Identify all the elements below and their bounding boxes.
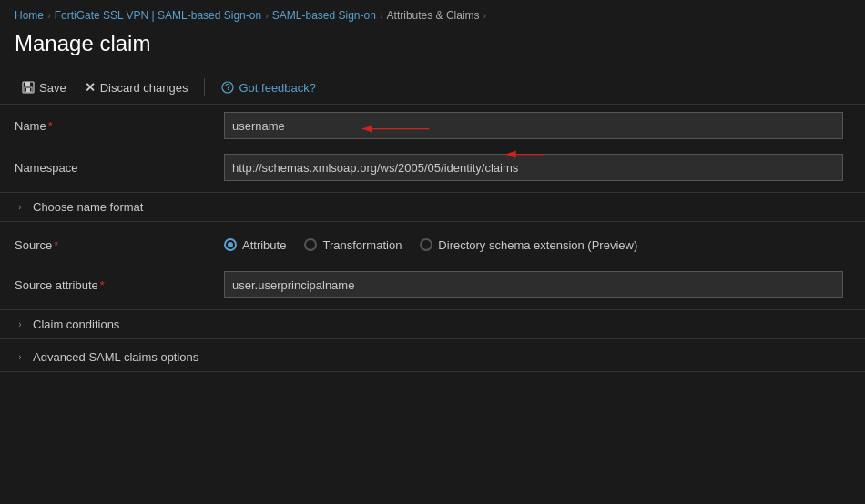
- toolbar: Save ✕ Discard changes Got feedback?: [0, 71, 865, 105]
- source-label: Source*: [15, 238, 224, 252]
- discard-icon: ✕: [85, 80, 96, 95]
- chevron-icon: ›: [15, 202, 25, 213]
- source-attribute-radio[interactable]: [224, 238, 237, 251]
- claim-conditions-chevron: ›: [15, 319, 25, 330]
- name-required: *: [48, 119, 53, 133]
- source-attribute-option[interactable]: Attribute: [224, 238, 286, 252]
- source-transformation-radio[interactable]: [304, 238, 317, 251]
- feedback-button[interactable]: Got feedback?: [214, 77, 323, 98]
- save-button[interactable]: Save: [15, 77, 74, 98]
- breadcrumb-home[interactable]: Home: [15, 9, 44, 22]
- svg-rect-1: [25, 82, 30, 86]
- name-input[interactable]: [224, 112, 843, 139]
- claim-conditions-label: Claim conditions: [33, 318, 119, 331]
- source-required: *: [54, 238, 58, 252]
- breadcrumb-sep-2: ›: [265, 10, 269, 21]
- source-attribute-required: *: [100, 278, 105, 292]
- namespace-input[interactable]: [224, 154, 843, 181]
- breadcrumb-saml[interactable]: SAML-based Sign-on: [272, 9, 376, 22]
- namespace-row: Namespace: [0, 146, 865, 188]
- svg-point-5: [228, 89, 229, 90]
- name-label: Name*: [15, 119, 224, 133]
- breadcrumb-sep-1: ›: [47, 10, 51, 21]
- breadcrumb-attributes: Attributes & Claims: [387, 9, 480, 22]
- source-transformation-option[interactable]: Transformation: [304, 238, 402, 252]
- claim-conditions-section[interactable]: › Claim conditions: [0, 309, 865, 339]
- advanced-saml-section[interactable]: › Advanced SAML claims options: [0, 343, 865, 372]
- namespace-label: Namespace: [15, 161, 224, 175]
- source-row: Source* Attribute Transformation Directo…: [0, 226, 865, 264]
- source-attribute-row: Source attribute*: [0, 264, 865, 306]
- breadcrumb: Home › FortiGate SSL VPN | SAML-based Si…: [0, 0, 865, 27]
- breadcrumb-fortigate[interactable]: FortiGate SSL VPN | SAML-based Sign-on: [55, 9, 261, 22]
- save-label: Save: [39, 81, 66, 95]
- source-attribute-label: Attribute: [242, 238, 286, 252]
- toolbar-divider: [204, 78, 205, 96]
- advanced-saml-label: Advanced SAML claims options: [33, 350, 198, 364]
- save-icon: [22, 81, 35, 94]
- page-title: Manage claim: [0, 27, 865, 71]
- source-attribute-label: Source attribute*: [15, 278, 224, 292]
- breadcrumb-sep-4: ›: [483, 10, 487, 21]
- choose-name-format-label: Choose name format: [33, 200, 143, 214]
- advanced-saml-chevron: ›: [15, 352, 25, 363]
- discard-label: Discard changes: [100, 81, 188, 95]
- form-body: Name* Namespace › Choose name format Sou…: [0, 105, 865, 372]
- choose-name-format-section[interactable]: › Choose name format: [0, 192, 865, 222]
- source-radio-group: Attribute Transformation Directory schem…: [224, 238, 637, 252]
- svg-point-4: [222, 82, 233, 93]
- source-directory-option[interactable]: Directory schema extension (Preview): [420, 238, 637, 252]
- source-transformation-label: Transformation: [322, 238, 402, 252]
- feedback-icon: [221, 81, 234, 94]
- breadcrumb-sep-3: ›: [380, 10, 383, 21]
- source-directory-radio[interactable]: [420, 238, 432, 251]
- source-directory-label: Directory schema extension (Preview): [438, 238, 637, 252]
- discard-button[interactable]: ✕ Discard changes: [77, 76, 196, 98]
- feedback-label: Got feedback?: [239, 81, 316, 95]
- source-attribute-input[interactable]: [224, 271, 843, 298]
- svg-rect-3: [26, 88, 30, 92]
- name-row: Name*: [0, 105, 865, 146]
